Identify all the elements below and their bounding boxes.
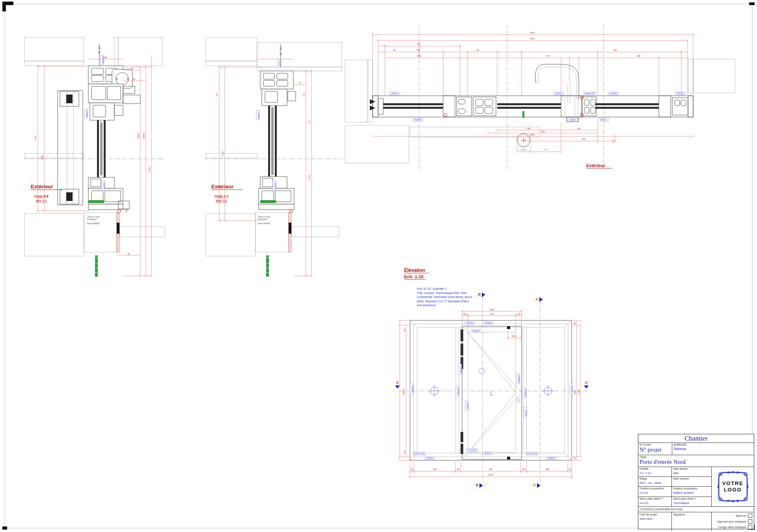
svg-text:060515: 060515 — [457, 388, 459, 395]
svg-text:774: 774 — [546, 55, 550, 57]
scale-label: Ech: 1:1 — [36, 199, 47, 202]
svg-text:060301: 060301 — [103, 182, 105, 189]
svg-text:050302: 050302 — [391, 92, 398, 95]
head-frame-profile — [260, 71, 296, 106]
svg-text:060540: 060540 — [485, 322, 492, 324]
svg-text:658: 658 — [433, 468, 436, 471]
svg-text:060515: 060515 — [524, 389, 526, 396]
svg-text:060515: 060515 — [257, 112, 260, 119]
svg-text:A: A — [396, 381, 399, 385]
object-value: Porte d'entrée Nord — [640, 459, 753, 465]
scale-value: 1:2 / 1:10 — [640, 472, 670, 474]
svg-text:102: 102 — [517, 313, 520, 315]
svg-text:060301: 060301 — [411, 385, 414, 392]
sill-note: Collé sur toute la longueur Kalze PURSO — [258, 216, 270, 225]
wall-hatch — [118, 37, 162, 66]
svg-text:060364: 060364 — [571, 385, 573, 392]
lock-mark-bottom — [507, 457, 510, 459]
submission-position2-label: Position soumission — [673, 487, 710, 490]
plan-number-value: N° projet — [640, 446, 671, 453]
svg-text:C: C — [536, 297, 539, 301]
client-plan2-value: Thermolaqué — [673, 502, 710, 504]
section-cc: 212 2134 212 714 2743 76 060508 060515 0… — [205, 37, 343, 277]
svg-text:Commande: Immeuble Good Mood_A: Commande: Immeuble Good Mood_Aproz — [417, 295, 472, 299]
svg-text:736: 736 — [490, 313, 493, 315]
approval-option: Approuvé avec remarques — [717, 520, 746, 523]
client-plan-value: 24-123 — [640, 502, 670, 504]
scale-label: Echelle — [640, 467, 670, 471]
client-plan2-label: Selon plan client n° — [673, 497, 710, 500]
head-frame-profile — [88, 66, 140, 120]
svg-text:060508: 060508 — [102, 56, 104, 63]
interior-lining — [58, 91, 83, 205]
pos-bubble — [479, 368, 485, 374]
svg-text:A: A — [585, 381, 588, 385]
lock-mark-top — [507, 326, 510, 329]
svg-text:2574: 2574 — [489, 474, 493, 476]
sill-profile — [88, 177, 129, 213]
svg-text:060504: 060504 — [518, 375, 520, 382]
svg-text:2574: 2574 — [530, 32, 535, 34]
svg-text:943: 943 — [541, 130, 544, 133]
approval-control-header: CONTRÔLE D'APPROBATION FINAL — [638, 507, 754, 512]
svg-text:Pos. N° 02, Quantité: 1: Pos. N° 02, Quantité: 1 — [417, 287, 447, 290]
glazing — [268, 106, 277, 177]
ground-hatch — [24, 214, 84, 256]
svg-text:060540: 060540 — [548, 457, 555, 459]
project-lead-label: Chef de projet — [640, 513, 670, 516]
svg-text:la longueur: la longueur — [87, 218, 97, 220]
door-leaf: L — [461, 326, 522, 459]
handle-symbol: L — [490, 390, 494, 397]
approval-option: Corriger selon remarques — [718, 526, 746, 528]
svg-text:55313: 55313 — [600, 119, 606, 121]
svg-text:200: 200 — [582, 138, 585, 140]
svg-text:77: 77 — [544, 149, 547, 151]
glazing — [97, 120, 106, 177]
svg-text:060540: 060540 — [426, 457, 433, 459]
corner-mark-top-left — [2, 2, 13, 11]
svg-text:060508: 060508 — [466, 322, 473, 324]
svg-text:728: 728 — [416, 49, 420, 51]
svg-text:la longueur: la longueur — [258, 218, 268, 220]
door-handle — [535, 64, 579, 103]
elevation-title: Élévation — [404, 267, 425, 273]
svg-text:774x2147: 774x2147 — [467, 449, 477, 451]
wall-hatch — [24, 37, 84, 61]
object-label: Objet: — [640, 456, 753, 459]
dim-label: 2132 — [34, 136, 37, 140]
svg-text:102: 102 — [577, 127, 580, 130]
client-plan-label: Selon plan client n° — [640, 497, 670, 500]
svg-text:796: 796 — [613, 49, 617, 51]
terrain-hatch — [119, 227, 165, 237]
floor-label: Etage — [640, 477, 670, 480]
svg-text:Kalze PURSO: Kalze PURSO — [87, 222, 100, 225]
floor-spring-circle — [517, 134, 530, 147]
terrain-hatch — [292, 227, 339, 237]
wall-hatch — [257, 43, 342, 67]
glass-target-right — [542, 385, 554, 397]
svg-text:050302: 050302 — [555, 92, 562, 95]
svg-text:060508: 060508 — [279, 60, 281, 67]
sill-profile — [259, 177, 294, 213]
green-gasket — [88, 200, 104, 203]
corner-mark-top-right — [749, 2, 755, 5]
ground-hatch — [206, 214, 255, 256]
approval-checkbox[interactable] — [748, 525, 752, 529]
address-value: Adresse — [673, 446, 753, 451]
svg-text:102: 102 — [403, 450, 406, 454]
svg-text:200: 200 — [512, 335, 515, 337]
svg-text:940: 940 — [490, 309, 494, 311]
svg-text:B: B — [478, 292, 481, 296]
svg-text:060504: 060504 — [484, 452, 491, 454]
draw-date-label: Date dessin — [673, 467, 710, 471]
approval-checkbox[interactable] — [748, 519, 752, 524]
sill-note: Collé sur toute la longueur Kalze PURSO — [87, 216, 100, 225]
dim-label: 1945.5 — [137, 133, 140, 140]
logo-cell: VOTRE LOGO — [712, 467, 754, 507]
wall-hatch — [693, 59, 735, 93]
svg-text:51: 51 — [477, 49, 479, 51]
svg-text:Trait. surface: Thermolaqué RA: Trait. surface: Thermolaqué RAL 7042 — [417, 291, 467, 295]
dim-label: 45 — [127, 253, 130, 255]
approval-checkbox[interactable] — [748, 513, 752, 518]
svg-text:Kalze PURSO: Kalze PURSO — [258, 222, 270, 225]
